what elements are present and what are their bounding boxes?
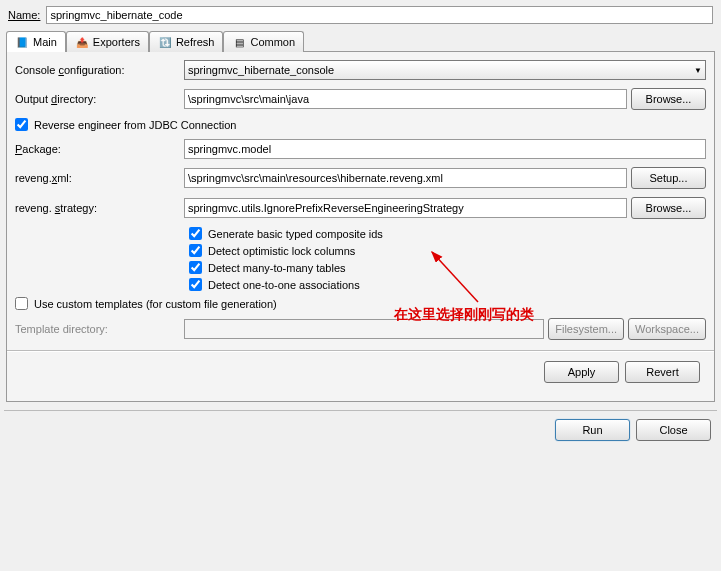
check-label: Generate basic typed composite ids [208, 228, 383, 240]
reveng-strategy-browse-button[interactable]: Browse... [631, 197, 706, 219]
reverse-engineer-checkbox[interactable] [15, 118, 28, 131]
output-dir-browse-button[interactable]: Browse... [631, 88, 706, 110]
list-icon: ▤ [232, 35, 246, 49]
check-label: Detect many-to-many tables [208, 262, 346, 274]
apply-button[interactable]: Apply [544, 361, 619, 383]
reveng-xml-setup-button[interactable]: Setup... [631, 167, 706, 189]
package-input[interactable] [184, 139, 706, 159]
export-icon: 📤 [75, 35, 89, 49]
reveng-xml-input[interactable] [184, 168, 627, 188]
output-dir-label: Output directory: [15, 93, 180, 105]
chevron-down-icon: ▼ [694, 66, 702, 75]
reveng-strategy-input[interactable] [184, 198, 627, 218]
revert-button[interactable]: Revert [625, 361, 700, 383]
package-label: Package: [15, 143, 180, 155]
tab-label: Exporters [93, 36, 140, 48]
check-label: Detect optimistic lock columns [208, 245, 355, 257]
tab-exporters[interactable]: 📤 Exporters [66, 31, 149, 52]
check-optimistic-lock[interactable] [189, 244, 202, 257]
check-composite-ids[interactable] [189, 227, 202, 240]
template-dir-label: Template directory: [15, 323, 180, 335]
document-icon: 📘 [15, 35, 29, 49]
custom-templates-checkbox[interactable] [15, 297, 28, 310]
reverse-engineer-label: Reverse engineer from JDBC Connection [34, 119, 236, 131]
tab-refresh[interactable]: 🔃 Refresh [149, 31, 224, 52]
console-config-label: Console configuration: [15, 64, 180, 76]
run-button[interactable]: Run [555, 419, 630, 441]
output-dir-input[interactable] [184, 89, 627, 109]
tab-bar: 📘 Main 📤 Exporters 🔃 Refresh ▤ Common [6, 30, 715, 52]
tab-label: Main [33, 36, 57, 48]
close-button[interactable]: Close [636, 419, 711, 441]
name-input[interactable] [46, 6, 713, 24]
reveng-strategy-label: reveng. strategy: [15, 202, 180, 214]
refresh-icon: 🔃 [158, 35, 172, 49]
template-workspace-button: Workspace... [628, 318, 706, 340]
template-dir-input [184, 319, 544, 339]
tab-main[interactable]: 📘 Main [6, 31, 66, 52]
console-config-select[interactable]: springmvc_hibernate_console ▼ [184, 60, 706, 80]
check-label: Detect one-to-one associations [208, 279, 360, 291]
tab-label: Refresh [176, 36, 215, 48]
template-filesystem-button: Filesystem... [548, 318, 624, 340]
name-label: Name: [8, 9, 40, 21]
custom-templates-label: Use custom templates (for custom file ge… [34, 298, 277, 310]
tab-label: Common [250, 36, 295, 48]
reveng-xml-label: reveng.xml: [15, 172, 180, 184]
tab-common[interactable]: ▤ Common [223, 31, 304, 52]
check-many-to-many[interactable] [189, 261, 202, 274]
console-config-value: springmvc_hibernate_console [188, 64, 334, 76]
check-one-to-one[interactable] [189, 278, 202, 291]
